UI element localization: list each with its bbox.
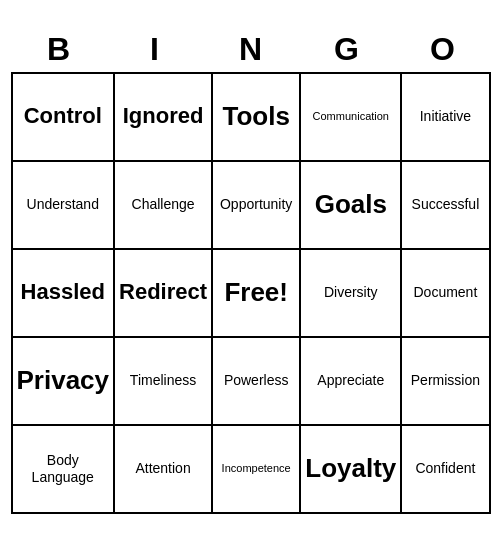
cell-r3-c3: Appreciate [301,338,402,426]
cell-r2-c1: Redirect [115,250,213,338]
cell-r3-c4: Permission [402,338,490,426]
cell-r1-c4: Successful [402,162,490,250]
cell-r1-c0: Understand [13,162,116,250]
cell-r2-c0: Hassled [13,250,116,338]
cell-r3-c1: Timeliness [115,338,213,426]
bingo-header: BINGO [11,31,491,68]
cell-r0-c1: Ignored [115,74,213,162]
cell-r3-c2: Powerless [213,338,301,426]
cell-r4-c3: Loyalty [301,426,402,514]
header-letter-o: O [397,31,489,68]
header-letter-i: I [109,31,201,68]
cell-r1-c1: Challenge [115,162,213,250]
cell-r3-c0: Privacy [13,338,116,426]
cell-r0-c2: Tools [213,74,301,162]
cell-r4-c2: Incompetence [213,426,301,514]
cell-r2-c4: Document [402,250,490,338]
cell-r2-c3: Diversity [301,250,402,338]
header-letter-b: B [13,31,105,68]
header-letter-g: G [301,31,393,68]
header-letter-n: N [205,31,297,68]
cell-r1-c2: Opportunity [213,162,301,250]
bingo-card: BINGO ControlIgnoredToolsCommunicationIn… [11,31,491,514]
cell-r0-c3: Communication [301,74,402,162]
cell-r4-c4: Confident [402,426,490,514]
bingo-grid: ControlIgnoredToolsCommunicationInitiati… [11,72,491,514]
cell-r4-c0: BodyLanguage [13,426,116,514]
cell-r0-c4: Initiative [402,74,490,162]
cell-r2-c2: Free! [213,250,301,338]
cell-r1-c3: Goals [301,162,402,250]
cell-r4-c1: Attention [115,426,213,514]
cell-r0-c0: Control [13,74,116,162]
